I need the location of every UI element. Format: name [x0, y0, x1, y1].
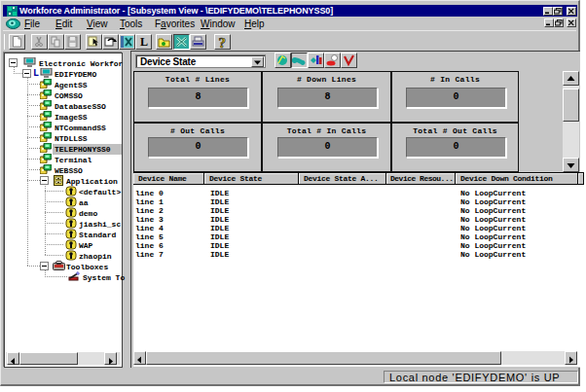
svg-text:?: ?: [219, 35, 227, 49]
svg-text:L: L: [140, 35, 148, 49]
